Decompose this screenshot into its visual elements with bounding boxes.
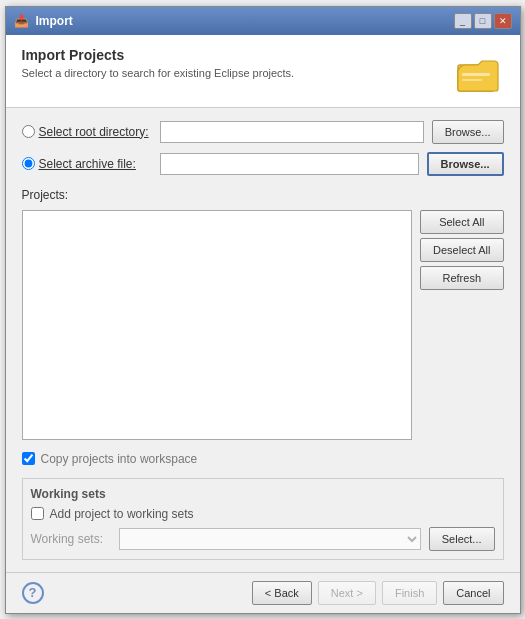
deselect-all-button[interactable]: Deselect All bbox=[420, 238, 503, 262]
root-radio[interactable] bbox=[22, 125, 35, 138]
title-bar: 📥 Import _ □ ✕ bbox=[6, 7, 520, 35]
cancel-button[interactable]: Cancel bbox=[443, 581, 503, 605]
root-radio-label[interactable]: Select root directory: bbox=[22, 125, 152, 139]
copy-checkbox-label: Copy projects into workspace bbox=[41, 452, 198, 466]
copy-checkbox[interactable] bbox=[22, 452, 35, 465]
copy-checkbox-row: Copy projects into workspace bbox=[22, 452, 504, 466]
archive-file-input[interactable] bbox=[160, 153, 419, 175]
add-working-sets-label: Add project to working sets bbox=[50, 507, 194, 521]
root-directory-input[interactable] bbox=[160, 121, 424, 143]
add-working-sets-checkbox[interactable] bbox=[31, 507, 44, 520]
archive-browse-button[interactable]: Browse... bbox=[427, 152, 504, 176]
dialog-title: Import Projects bbox=[22, 47, 295, 63]
refresh-button[interactable]: Refresh bbox=[420, 266, 503, 290]
window-icon: 📥 bbox=[14, 13, 30, 29]
working-sets-select-button[interactable]: Select... bbox=[429, 527, 495, 551]
svg-rect-2 bbox=[462, 73, 490, 76]
dialog-subtitle: Select a directory to search for existin… bbox=[22, 67, 295, 79]
working-sets-input-row: Working sets: Select... bbox=[31, 527, 495, 551]
header-section: Import Projects Select a directory to se… bbox=[6, 35, 520, 108]
archive-radio-label[interactable]: Select archive file: bbox=[22, 157, 152, 171]
header-icon bbox=[456, 47, 504, 95]
dialog-content: Import Projects Select a directory to se… bbox=[6, 35, 520, 613]
title-buttons: _ □ ✕ bbox=[454, 13, 512, 29]
working-sets-title: Working sets bbox=[31, 487, 495, 501]
projects-action-buttons: Select All Deselect All Refresh bbox=[420, 210, 503, 440]
footer-buttons: < Back Next > Finish Cancel bbox=[252, 581, 504, 605]
maximize-button[interactable]: □ bbox=[474, 13, 492, 29]
working-sets-field-label: Working sets: bbox=[31, 532, 111, 546]
select-all-button[interactable]: Select All bbox=[420, 210, 503, 234]
working-sets-add-row: Add project to working sets bbox=[31, 507, 495, 521]
finish-button[interactable]: Finish bbox=[382, 581, 437, 605]
root-directory-row: Select root directory: Browse... bbox=[22, 120, 504, 144]
next-button[interactable]: Next > bbox=[318, 581, 376, 605]
svg-rect-3 bbox=[462, 79, 482, 81]
minimize-button[interactable]: _ bbox=[454, 13, 472, 29]
root-browse-button[interactable]: Browse... bbox=[432, 120, 504, 144]
working-sets-dropdown[interactable] bbox=[119, 528, 421, 550]
projects-label: Projects: bbox=[22, 188, 504, 202]
main-body: Select root directory: Browse... Select … bbox=[6, 108, 520, 572]
projects-row: Select All Deselect All Refresh bbox=[22, 210, 504, 440]
import-dialog: 📥 Import _ □ ✕ Import Projects Select a … bbox=[5, 6, 521, 614]
header-text: Import Projects Select a directory to se… bbox=[22, 47, 295, 79]
help-icon[interactable]: ? bbox=[22, 582, 44, 604]
archive-radio[interactable] bbox=[22, 157, 35, 170]
archive-file-row: Select archive file: Browse... bbox=[22, 152, 504, 176]
working-sets-box: Working sets Add project to working sets… bbox=[22, 478, 504, 560]
title-bar-left: 📥 Import bbox=[14, 13, 73, 29]
close-button[interactable]: ✕ bbox=[494, 13, 512, 29]
dialog-footer: ? < Back Next > Finish Cancel bbox=[6, 572, 520, 613]
window-title: Import bbox=[36, 14, 73, 28]
back-button[interactable]: < Back bbox=[252, 581, 312, 605]
projects-list[interactable] bbox=[22, 210, 413, 440]
